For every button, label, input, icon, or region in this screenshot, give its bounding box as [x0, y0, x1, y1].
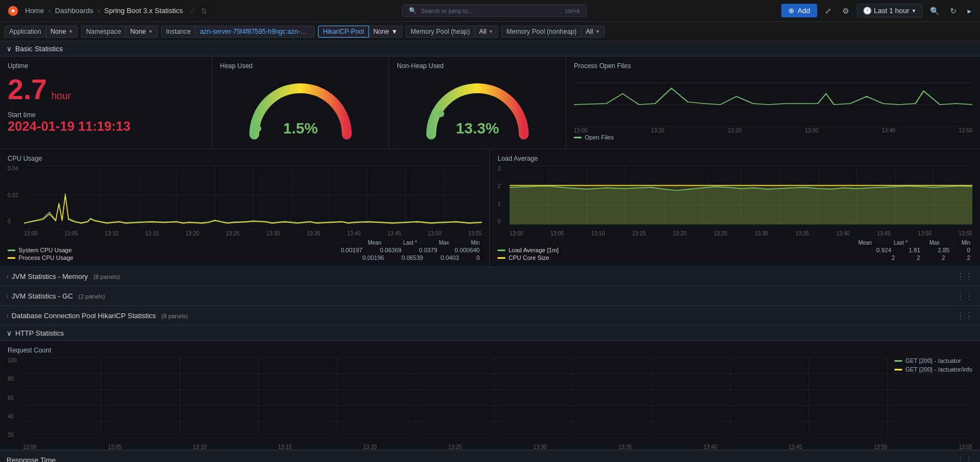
get-actuator-info-legend-dot	[895, 369, 902, 370]
add-icon: ⊕	[788, 7, 794, 15]
response-time-section[interactable]: Response Time ⋮⋮	[0, 450, 980, 462]
breadcrumb: Home › Dashboards › Spring Boot 3.x Stat…	[25, 7, 207, 15]
share-icon[interactable]: ⇅	[201, 7, 207, 15]
basic-stats-section-header[interactable]: ∨ Basic Statistics	[0, 41, 980, 57]
share-dashboard-icon[interactable]: ⤢	[822, 4, 835, 17]
application-value[interactable]: None ▼	[46, 26, 78, 38]
http-section-header[interactable]: ∨ HTTP Statistics	[0, 326, 980, 341]
memory-nonheap-label: Memory Pool (nonheap)	[501, 26, 581, 38]
hikari-title: Database Connection Pool HikariCP Statis…	[11, 312, 156, 320]
filter-bar: Application None ▼ Namespace None ▼ Inst…	[0, 22, 980, 41]
non-heap-label: Non-Heap Used	[397, 62, 558, 70]
non-heap-panel: Non-Heap Used 13.3%	[389, 57, 566, 149]
open-files-legend-dot	[574, 137, 581, 138]
namespace-label: Namespace	[81, 26, 125, 38]
system-cpu-legend-dot	[8, 250, 15, 251]
heap-used-panel: Heap Used 1.5%	[212, 57, 389, 149]
cpu-core-label: CPU Core Size	[509, 254, 549, 261]
add-label: Add	[798, 7, 810, 15]
get-actuator-label: GET [200] - /actuator	[905, 357, 961, 364]
hikari-value[interactable]: None ▼	[369, 26, 403, 38]
start-time-value: 2024-01-19 11:19:13	[8, 119, 204, 134]
cpu-core-legend-dot	[498, 257, 505, 259]
cpu-title: CPU Usage	[8, 155, 482, 162]
svg-marker-42	[510, 186, 972, 224]
jvm-gc-count: (2 panels)	[78, 293, 105, 300]
star-icon[interactable]: ☆	[189, 7, 197, 15]
process-cpu-label: Process CPU Usage	[19, 254, 74, 261]
response-time-title: Response Time	[7, 456, 56, 462]
heap-used-label: Heap Used	[220, 62, 381, 70]
jvm-gc-section[interactable]: › JVM Statistics - GC (2 panels) ⋮⋮	[0, 287, 980, 306]
svg-point-3	[438, 111, 444, 117]
more-icon[interactable]: ⋮⋮	[956, 271, 973, 282]
hikari-filter: HikariCP-Pool None ▼	[318, 26, 402, 38]
svg-text:1.5%: 1.5%	[283, 120, 318, 137]
instance-label: Instance	[161, 26, 195, 38]
topbar: Home › Dashboards › Spring Boot 3.x Stat…	[0, 0, 980, 22]
load-title: Load Average	[498, 155, 972, 162]
start-time-label: Start time	[8, 111, 204, 119]
cpu-usage-panel: CPU Usage 0.04 0.02 0	[0, 149, 490, 266]
hikari-label[interactable]: HikariCP-Pool	[318, 26, 369, 38]
load-average-panel: Load Average 3 2 1 0	[490, 149, 980, 266]
instance-value[interactable]: azn-server-75f4f87595-h9ngc:azn-server:8…	[195, 26, 315, 38]
application-label: Application	[4, 26, 46, 38]
jvm-memory-section[interactable]: › JVM Statistics - Memory (8 panels) ⋮⋮	[0, 267, 980, 287]
chevron-down-icon: ∨	[7, 329, 12, 337]
namespace-value[interactable]: None ▼	[125, 26, 158, 38]
svg-point-1	[255, 125, 261, 132]
heap-gauge: 1.5%	[220, 72, 381, 148]
load-avg-label: Load Average [1m]	[509, 247, 559, 253]
svg-text:13.3%: 13.3%	[456, 120, 499, 137]
chevron-right-icon: ›	[7, 313, 8, 319]
basic-stats-grid: Uptime 2.7 hour Start time 2024-01-19 11…	[0, 57, 980, 149]
dashboards-link[interactable]: Dashboards	[55, 7, 93, 15]
search-icon: 🔍	[409, 7, 416, 14]
more-icon[interactable]: ⋮⋮	[956, 291, 973, 301]
system-cpu-label: System CPU Usage	[19, 247, 72, 253]
basic-stats-title: Basic Statistics	[15, 45, 63, 53]
chevron-right-icon: ›	[7, 293, 8, 299]
hikari-section[interactable]: › Database Connection Pool HikariCP Stat…	[0, 306, 980, 326]
jvm-memory-title: JVM Statistics - Memory	[11, 272, 88, 281]
more-icon[interactable]: ⋮⋮	[956, 455, 973, 462]
chevron-down-icon: ▼	[68, 29, 73, 34]
memory-heap-filter: Memory Pool (heap) All ▼	[406, 26, 498, 38]
http-title: HTTP Statistics	[15, 329, 64, 337]
chevron-down-icon: ▼	[391, 28, 397, 35]
search-zoom-icon[interactable]: 🔍	[927, 4, 942, 17]
chevron-down-icon: ∨	[7, 45, 12, 53]
search-input[interactable]: 🔍 Search or jump to... ctrl+k	[402, 4, 587, 17]
get-actuator-info-label: GET [200] - /actuator/info	[905, 366, 972, 373]
chevron-right-icon: ›	[7, 273, 8, 279]
home-link[interactable]: Home	[25, 7, 44, 15]
time-range-picker[interactable]: 🕐 Last 1 hour ▼	[857, 4, 922, 17]
more-icon[interactable]: ▸	[964, 4, 975, 17]
uptime-panel: Uptime 2.7 hour Start time 2024-01-19 11…	[0, 57, 212, 149]
jvm-memory-count: (8 panels)	[93, 273, 120, 280]
add-button[interactable]: ⊕ Add	[781, 4, 817, 17]
settings-icon[interactable]: ⚙	[839, 4, 853, 17]
open-files-panel: Process Open Files 13:00 13:10 13:20 13:…	[566, 57, 980, 149]
search-shortcut: ctrl+k	[565, 8, 580, 14]
application-filter: Application None ▼	[4, 26, 78, 38]
clock-icon: 🕐	[863, 7, 872, 15]
memory-nonheap-filter: Memory Pool (nonheap) All ▼	[501, 26, 605, 38]
non-heap-gauge: 13.3%	[397, 72, 558, 148]
time-range-label: Last 1 hour	[874, 7, 909, 15]
open-files-label: Process Open Files	[574, 62, 972, 70]
more-icon[interactable]: ⋮⋮	[956, 311, 973, 321]
jvm-gc-title: JVM Statistics - GC	[11, 292, 73, 300]
load-avg-legend-dot	[498, 250, 505, 251]
search-placeholder: Search or jump to...	[421, 8, 473, 14]
namespace-filter: Namespace None ▼	[81, 26, 158, 38]
chevron-down-icon: ▼	[148, 29, 153, 34]
memory-heap-label: Memory Pool (heap)	[406, 26, 474, 38]
memory-nonheap-value[interactable]: All ▼	[581, 26, 605, 38]
memory-heap-value[interactable]: All ▼	[474, 26, 498, 38]
search-area: 🔍 Search or jump to... ctrl+k	[212, 4, 777, 17]
refresh-icon[interactable]: ↻	[947, 4, 960, 17]
request-count-panel: Request Count GET [200] - /actuator GET …	[0, 341, 980, 450]
get-actuator-legend-dot	[895, 360, 902, 362]
